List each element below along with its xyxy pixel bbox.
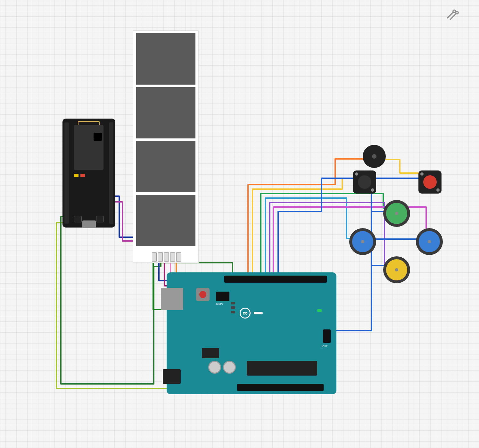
uno-power-jack	[163, 369, 181, 384]
esp-led-red	[80, 174, 85, 177]
matrix-pin-gnd[interactable]	[158, 252, 163, 262]
button-green[interactable]	[383, 200, 410, 227]
svg-point-1	[456, 12, 458, 14]
esp-flash-button[interactable]	[96, 216, 104, 222]
button-red[interactable]	[418, 170, 442, 194]
matrix-pin-clk[interactable]	[176, 252, 181, 262]
esp8266-nodemcu[interactable]	[62, 119, 115, 228]
uno-logo: ∞	[240, 308, 263, 319]
matrix-pin-din[interactable]	[164, 252, 169, 262]
matrix-pin-vcc[interactable]	[152, 252, 157, 262]
button-cap	[386, 203, 407, 224]
esp-led-yellow	[74, 174, 78, 177]
button-cap	[423, 175, 437, 189]
led-matrix-panel-4	[136, 195, 195, 246]
led-matrix-pins	[152, 252, 181, 262]
button-black[interactable]	[353, 170, 376, 194]
uno-regulator	[202, 348, 219, 358]
matrix-pin-cs[interactable]	[170, 252, 175, 262]
uno-digital-header[interactable]	[224, 276, 327, 283]
led-matrix-panel-1	[136, 33, 195, 85]
button-cap	[386, 259, 407, 280]
uno-icsp2-header[interactable]	[216, 292, 229, 301]
esp-usb-port	[82, 220, 96, 228]
infinity-icon: ∞	[240, 308, 251, 319]
brand-logo-icon	[445, 8, 459, 22]
piezo-buzzer[interactable]	[363, 145, 386, 168]
button-yellow[interactable]	[383, 256, 410, 283]
button-blue-right[interactable]	[416, 228, 443, 255]
esp-reset-button[interactable]	[74, 216, 82, 222]
uno-reset-button[interactable]	[196, 288, 210, 301]
led-matrix-panel-3	[136, 141, 195, 192]
uno-capacitors	[208, 361, 236, 374]
uno-usb-port	[161, 288, 183, 310]
app-brand	[445, 8, 466, 22]
uno-atmega-chip	[247, 361, 317, 376]
button-cap	[352, 231, 373, 252]
esp-pins-right[interactable]	[110, 123, 113, 223]
button-cap	[419, 231, 440, 252]
uno-power-analog-header[interactable]	[237, 384, 324, 391]
wifi-icon	[94, 133, 102, 141]
button-blue-left[interactable]	[349, 228, 376, 255]
uno-icsp-header[interactable]	[323, 329, 331, 343]
led-matrix-panel-2	[136, 87, 195, 138]
led-matrix-module[interactable]	[133, 30, 199, 263]
button-cap	[358, 175, 371, 189]
svg-point-0	[453, 10, 456, 12]
arduino-uno[interactable]: ∞	[167, 272, 336, 394]
esp-pins-left[interactable]	[65, 123, 68, 223]
uno-badge	[254, 312, 263, 314]
uno-on-led	[317, 309, 323, 312]
uno-tx-rx-leds	[231, 301, 236, 314]
esp-rf-shield	[74, 125, 103, 170]
